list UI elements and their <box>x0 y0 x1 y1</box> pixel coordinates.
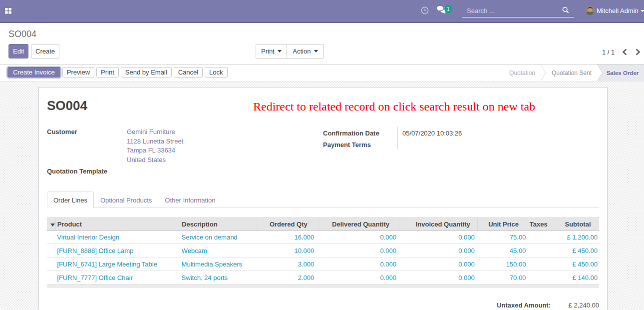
svg-text:Quotation: Quotation <box>509 70 535 76</box>
svg-text:Quotation Sent: Quotation Sent <box>552 70 592 76</box>
svg-text:Sales Order: Sales Order <box>607 70 639 76</box>
